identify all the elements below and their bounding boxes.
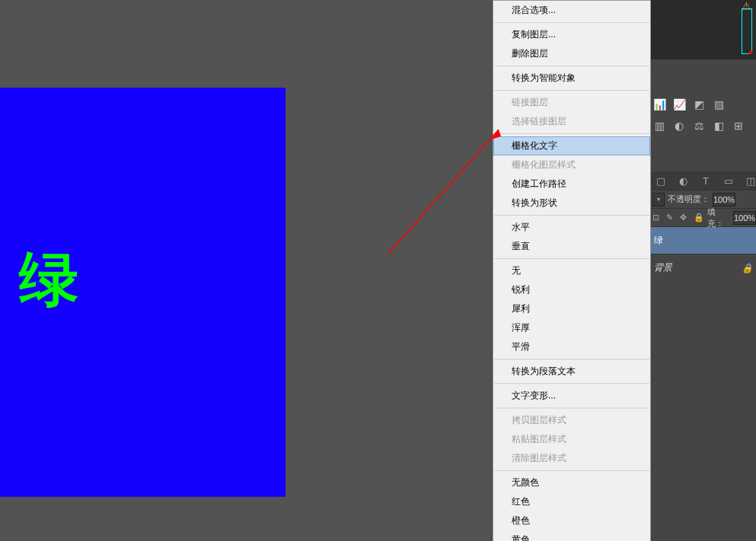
opacity-value[interactable]: 100% — [713, 193, 735, 206]
balance-icon[interactable]: ⚖ — [692, 119, 706, 133]
filter-image-icon[interactable]: ▢ — [656, 174, 666, 187]
svg-marker-1 — [491, 130, 501, 139]
layers-filter-header: ▢ ◐ T ▭ ◫ — [651, 171, 756, 190]
adjustments-row2: ▥ ◐ ⚖ ◧ ⊞ — [651, 119, 756, 134]
layer-name: 绿 — [654, 234, 663, 247]
menu-color-red[interactable]: 红色 — [493, 492, 650, 511]
canvas-text-layer[interactable]: 绿 — [19, 240, 78, 320]
menu-delete-layer[interactable]: 删除图层 — [493, 44, 650, 63]
layer-text-green[interactable]: 绿 — [651, 226, 756, 254]
canvas[interactable]: 绿 — [0, 88, 285, 497]
context-menu: 混合选项... 复制图层... 删除图层 转换为智能对象 链接图层 选择链接图层… — [493, 0, 651, 541]
menu-paste-style: 粘贴图层样式 — [493, 430, 650, 449]
filter-type-icon[interactable]: T — [700, 174, 711, 187]
menu-color-orange[interactable]: 橙色 — [493, 511, 650, 530]
menu-separator — [494, 66, 649, 66]
fill-label: 填充： — [707, 206, 730, 229]
hue-icon[interactable]: ◐ — [672, 119, 686, 133]
menu-aa-crisp[interactable]: 犀利 — [493, 299, 650, 319]
opacity-row: ▾ 不透明度： 100% — [651, 190, 756, 208]
menu-rasterize-style: 栅格化图层样式 — [493, 155, 650, 174]
layer-name: 背景 — [654, 261, 672, 274]
adjustments-row1: 📊 📈 ◩ ▨ — [651, 98, 756, 113]
menu-aa-smooth[interactable]: 平滑 — [493, 338, 650, 357]
menu-separator — [494, 258, 649, 259]
menu-clear-style: 清除图层样式 — [493, 449, 650, 468]
menu-separator — [494, 408, 649, 408]
menu-link-layers: 链接图层 — [493, 93, 650, 112]
filter-smart-icon[interactable]: ◫ — [745, 174, 756, 187]
lock-pixels-icon[interactable]: ⊡ — [652, 213, 663, 223]
layers-panel: ▢ ◐ T ▭ ◫ ▾ 不透明度： 100% ⊡ ✎ ✥ 🔒 填充： 100% … — [651, 171, 756, 281]
svg-line-0 — [388, 130, 499, 254]
menu-separator — [494, 359, 649, 360]
exposure-icon[interactable]: ▨ — [712, 98, 726, 111]
lock-icon: 🔒 — [742, 263, 753, 274]
mixer-icon[interactable]: ⊞ — [732, 119, 745, 133]
menu-separator — [494, 90, 649, 91]
menu-vertical[interactable]: 垂直 — [493, 237, 650, 256]
menu-create-work-path[interactable]: 创建工作路径 — [493, 174, 650, 194]
lock-all-icon[interactable]: 🔒 — [694, 213, 704, 223]
menu-aa-none[interactable]: 无 — [493, 261, 650, 280]
menu-separator — [494, 215, 649, 216]
navigator-viewport[interactable] — [742, 8, 752, 54]
menu-aa-sharp[interactable]: 锐利 — [493, 280, 650, 299]
vibrance-icon[interactable]: ▥ — [652, 119, 666, 133]
curves-icon[interactable]: ◩ — [692, 98, 706, 111]
menu-separator — [494, 383, 649, 384]
menu-convert-shape[interactable]: 转换为形状 — [493, 194, 650, 213]
menu-warp-text[interactable]: 文字变形... — [493, 386, 650, 405]
menu-color-yellow[interactable]: 黄色 — [493, 530, 650, 541]
menu-copy-style: 拷贝图层样式 — [493, 411, 650, 430]
filter-shape-icon[interactable]: ▭ — [723, 174, 734, 187]
menu-blending-options[interactable]: 混合选项... — [493, 1, 650, 20]
menu-color-none[interactable]: 无颜色 — [493, 473, 650, 492]
right-panels: ⚠ 📊 📈 ◩ ▨ ▥ ◐ ⚖ ◧ ⊞ ▢ ◐ T ▭ ◫ ▾ 不透明度： 10… — [651, 0, 756, 541]
annotation-arrow — [381, 126, 502, 259]
menu-select-linked: 选择链接图层 — [493, 112, 650, 131]
menu-separator — [494, 133, 649, 134]
filter-adjust-icon[interactable]: ◐ — [678, 174, 689, 187]
menu-convert-smart-object[interactable]: 转换为智能对象 — [493, 69, 650, 88]
menu-separator — [494, 22, 649, 23]
menu-aa-strong[interactable]: 浑厚 — [493, 319, 650, 338]
menu-rasterize-type[interactable]: 栅格化文字 — [493, 136, 650, 155]
lock-position-icon[interactable]: ✥ — [680, 213, 691, 223]
histogram-icon[interactable]: 📊 — [652, 98, 666, 111]
blend-mode-dropdown[interactable]: ▾ — [652, 193, 665, 206]
navigator-panel[interactable]: ⚠ — [651, 0, 756, 59]
fill-row: ⊡ ✎ ✥ 🔒 填充： 100% — [651, 208, 756, 226]
menu-horizontal[interactable]: 水平 — [493, 218, 650, 237]
bw-icon[interactable]: ◧ — [712, 119, 726, 133]
levels-icon[interactable]: 📈 — [672, 98, 686, 111]
lock-paint-icon[interactable]: ✎ — [666, 213, 677, 223]
menu-convert-paragraph[interactable]: 转换为段落文本 — [493, 362, 650, 381]
fill-value[interactable]: 100% — [733, 211, 756, 225]
menu-duplicate-layer[interactable]: 复制图层... — [493, 25, 650, 44]
layer-background[interactable]: 背景 🔒 — [651, 254, 756, 281]
opacity-label: 不透明度： — [668, 194, 710, 205]
menu-separator — [494, 470, 649, 471]
